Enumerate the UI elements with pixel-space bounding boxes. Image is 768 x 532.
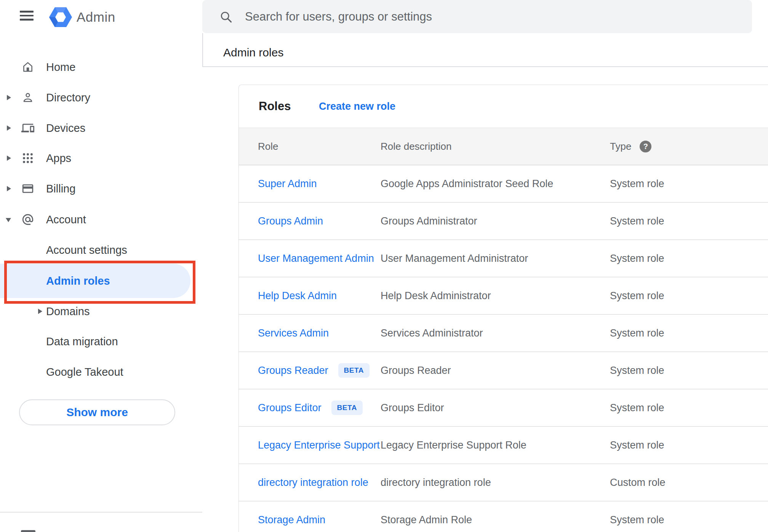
role-description: Storage Admin Role: [381, 514, 610, 526]
sidebar-item-label: Google Takeout: [46, 366, 123, 378]
role-description: Groups Reader: [381, 365, 610, 377]
apps-icon: [21, 152, 34, 165]
role-type: System role: [610, 253, 768, 264]
role-type: System role: [610, 178, 768, 190]
sidebar-item-label: Account: [46, 213, 86, 226]
table-row: Legacy Enterprise Support Legacy Enterpr…: [239, 427, 768, 464]
role-type: System role: [610, 402, 768, 414]
role-description: Legacy Enterprise Support Role: [381, 439, 610, 451]
app-title: Admin: [77, 9, 115, 25]
create-new-role-link[interactable]: Create new role: [319, 101, 395, 112]
column-header-role: Role: [239, 141, 381, 152]
home-icon: [21, 61, 34, 74]
chevron-down-icon[interactable]: [6, 218, 11, 222]
role-link[interactable]: Groups Reader: [258, 365, 328, 377]
role-description: Groups Administrator: [381, 215, 610, 227]
sidebar-item-account-settings[interactable]: Account settings: [0, 235, 202, 265]
roles-table-header: Role Role description Type ?: [239, 128, 768, 165]
table-row: Groups Admin Groups Administrator System…: [239, 203, 768, 240]
sidebar-item-directory[interactable]: Directory: [0, 82, 202, 113]
sidebar-item-label: Domains: [46, 305, 90, 318]
table-row: Help Desk Admin Help Desk Administrator …: [239, 277, 768, 315]
sidebar-item-google-takeout[interactable]: Google Takeout: [0, 357, 202, 387]
roles-table-body: Super Admin Google Apps Administrator Se…: [239, 165, 768, 532]
role-description: Help Desk Administrator: [381, 290, 610, 302]
sidebar-item-label: Apps: [46, 152, 71, 165]
role-link[interactable]: User Management Admin: [258, 253, 374, 264]
sidebar: Admin Home Directory: [0, 0, 202, 532]
role-link[interactable]: Legacy Enterprise Support: [258, 439, 380, 451]
show-more-button[interactable]: Show more: [19, 399, 175, 425]
content-vertical-divider: [202, 33, 203, 67]
role-link[interactable]: Storage Admin: [258, 514, 325, 526]
column-header-type: Type: [610, 141, 631, 152]
sidebar-item-billing[interactable]: Billing: [0, 173, 202, 204]
sidebar-item-account[interactable]: Account: [0, 204, 202, 235]
role-description: directory integration role: [381, 477, 610, 489]
role-link[interactable]: Super Admin: [258, 178, 317, 190]
table-row: User Management Admin User Management Ad…: [239, 240, 768, 277]
sidebar-item-devices[interactable]: Devices: [0, 113, 202, 143]
devices-icon: [21, 122, 34, 135]
role-description: User Management Administrator: [381, 253, 610, 264]
beta-badge: BETA: [338, 363, 370, 378]
admin-logo-icon: [49, 6, 72, 29]
chevron-right-icon[interactable]: [7, 95, 11, 100]
admin-console: Admin Home Directory: [0, 0, 768, 532]
sidebar-item-home[interactable]: Home: [0, 52, 202, 82]
role-type: System role: [610, 439, 768, 451]
role-type: System role: [610, 327, 768, 339]
search-icon: [219, 10, 233, 25]
table-row: Storage Admin Storage Admin Role System …: [239, 502, 768, 532]
sidebar-item-label: Account settings: [46, 244, 127, 256]
sidebar-item-admin-roles[interactable]: Admin roles: [0, 264, 190, 298]
account-at-icon: [21, 213, 34, 226]
role-link[interactable]: Groups Admin: [258, 215, 323, 227]
content-divider: [202, 66, 768, 67]
role-description: Groups Editor: [381, 402, 610, 414]
help-icon[interactable]: ?: [640, 141, 651, 152]
directory-icon: [21, 91, 34, 104]
sidebar-item-data-migration[interactable]: Data migration: [0, 326, 202, 357]
panel-title: Roles: [259, 99, 291, 113]
table-row: Groups Reader BETA Groups Reader System …: [239, 352, 768, 389]
role-description: Google Apps Administrator Seed Role: [381, 178, 610, 190]
role-link[interactable]: Help Desk Admin: [258, 290, 337, 302]
column-header-role-description: Role description: [381, 141, 610, 152]
table-row: directory integration role directory int…: [239, 464, 768, 502]
role-description: Services Administrator: [381, 327, 610, 339]
role-type: System role: [610, 514, 768, 526]
sidebar-item-label: Data migration: [46, 335, 118, 348]
table-row: Groups Editor BETA Groups Editor System …: [239, 389, 768, 427]
role-link[interactable]: Groups Editor: [258, 402, 322, 414]
roles-panel: Roles Create new role Role Role descript…: [238, 85, 768, 532]
sidebar-bottom-icon: [21, 530, 35, 532]
sidebar-item-label: Admin roles: [46, 275, 110, 287]
chevron-right-icon[interactable]: [7, 125, 11, 131]
sidebar-divider: [0, 512, 202, 513]
role-link[interactable]: directory integration role: [258, 477, 368, 489]
sidebar-item-label: Billing: [46, 183, 75, 195]
sidebar-item-label: Devices: [46, 122, 85, 135]
role-link[interactable]: Services Admin: [258, 327, 329, 339]
search-bar[interactable]: [202, 0, 752, 33]
breadcrumb: Admin roles: [223, 46, 283, 59]
role-type: System role: [610, 290, 768, 302]
role-type: Custom role: [610, 477, 768, 489]
sidebar-item-label: Directory: [46, 91, 90, 104]
sidebar-item-apps[interactable]: Apps: [0, 143, 202, 173]
chevron-right-icon[interactable]: [7, 155, 11, 161]
billing-card-icon: [21, 182, 34, 195]
chevron-right-icon[interactable]: [7, 186, 11, 191]
menu-icon[interactable]: [20, 11, 34, 21]
chevron-right-icon[interactable]: [38, 309, 42, 314]
roles-panel-header: Roles Create new role: [239, 85, 768, 128]
sidebar-item-domains[interactable]: Domains: [0, 296, 202, 327]
table-row: Super Admin Google Apps Administrator Se…: [239, 165, 768, 203]
role-type: System role: [610, 215, 768, 227]
role-type: System role: [610, 365, 768, 377]
search-input[interactable]: [245, 0, 733, 33]
table-row: Services Admin Services Administrator Sy…: [239, 315, 768, 352]
beta-badge: BETA: [331, 401, 363, 415]
sidebar-item-label: Home: [46, 61, 75, 74]
